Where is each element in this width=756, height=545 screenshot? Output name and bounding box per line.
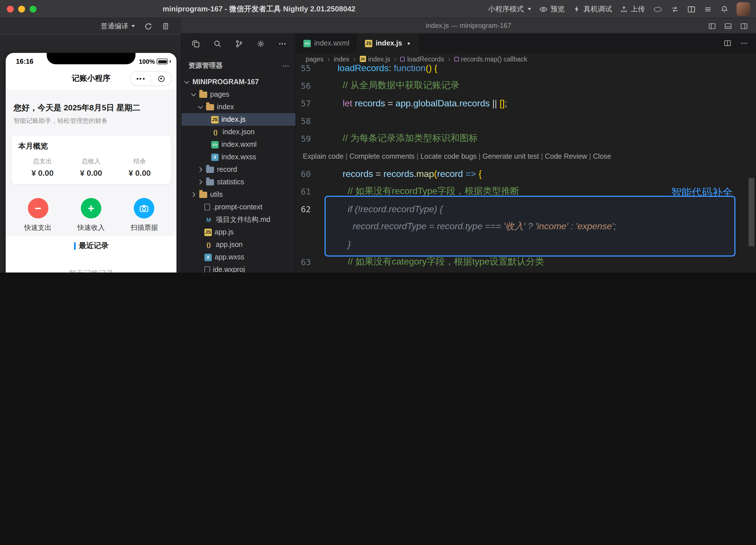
chevron-down-icon — [198, 104, 203, 110]
overview-title: 本月概览 — [18, 141, 164, 151]
plus-icon: + — [81, 198, 101, 219]
breadcrumb-index[interactable]: index — [334, 56, 349, 62]
minus-icon: − — [28, 198, 48, 219]
tree-item-index-wxml[interactable]: <>index.wxml — [182, 138, 295, 151]
code-text: // 从全局数据中获取记账记录 — [338, 80, 459, 92]
tree-item-app-wxss[interactable]: #app.wxss — [182, 251, 295, 264]
lens-separator: | — [344, 152, 349, 160]
code-lens-generate-unit-test[interactable]: Generate unit test — [482, 152, 539, 160]
breadcrumb-pages[interactable]: pages — [306, 56, 324, 62]
upload-button[interactable]: 上传 — [620, 4, 645, 14]
tree-item-index-js[interactable]: JSindex.js — [182, 113, 295, 126]
line-number: 63 — [296, 258, 311, 267]
toggle-sidebar-icon[interactable] — [708, 22, 716, 30]
code-lens-complete-comments[interactable]: Complete comments — [350, 152, 415, 160]
breadcrumb-loadrecords[interactable]: loadRecords — [400, 56, 444, 62]
search-icon[interactable] — [213, 39, 222, 48]
code-area[interactable]: 55loadRecords: function() {56 // 从全局数据中获… — [296, 65, 756, 272]
editor-more-icon[interactable] — [740, 39, 748, 47]
tree-item-项目文件结构-md[interactable]: M项目文件结构.md — [182, 213, 295, 226]
code-lens-close[interactable]: Close — [593, 152, 611, 160]
action-快速支出[interactable]: −快速支出 — [24, 198, 52, 233]
layout-grid-icon[interactable] — [687, 5, 696, 13]
overview-value: ¥ 0.00 — [18, 168, 67, 178]
compile-mode-dropdown[interactable]: 普通编译 — [101, 21, 135, 31]
explorer-panel: 资源管理器 MINIPROGRAM-167pagesindexJSindex.j… — [181, 34, 296, 272]
tree-item-statistics[interactable]: statistics — [182, 176, 295, 188]
close-window-button[interactable] — [7, 6, 14, 13]
line-number: 55 — [296, 65, 311, 73]
tree-item-utils[interactable]: utils — [182, 188, 295, 201]
toggle-panel-icon[interactable] — [724, 22, 732, 30]
code-lens-explain-code[interactable]: Explain code — [303, 152, 344, 160]
file-icon — [204, 204, 210, 211]
file-tree: MINIPROGRAM-167pagesindexJSindex.js{}ind… — [182, 76, 295, 272]
tree-item-miniprogram-167[interactable]: MINIPROGRAM-167 — [182, 76, 295, 88]
ai-completion-label: 智能代码补全 — [671, 186, 733, 199]
menu-icon[interactable] — [704, 5, 712, 13]
code-text: // 如果没有category字段，根据type设置默认分类 — [338, 256, 544, 268]
mini-program-mode-dropdown[interactable]: 小程序模式 — [488, 4, 531, 14]
folder-icon — [206, 104, 214, 110]
tree-item-record[interactable]: record — [182, 163, 295, 176]
code-text: } — [338, 239, 351, 250]
tree-item-app-js[interactable]: JSapp.js — [182, 226, 295, 239]
tree-item-pages[interactable]: pages — [182, 88, 295, 101]
code-lens-code-review[interactable]: Code Review — [545, 152, 587, 160]
cloud-icon[interactable] — [653, 4, 663, 14]
tab-index-js[interactable]: JS index.js ● — [358, 34, 418, 53]
preview-button[interactable]: 预览 — [539, 4, 565, 14]
greeting-text: 您好，今天是 2025年8月5日 星期二 — [14, 103, 169, 113]
maximize-window-button[interactable] — [30, 6, 36, 13]
chevron-right-icon — [198, 179, 203, 185]
breadcrumb-index-js[interactable]: JSindex.js — [359, 56, 390, 62]
close-capsule-button[interactable] — [151, 72, 171, 85]
more-icon[interactable] — [278, 39, 287, 48]
tree-item-label: ide.wxproj — [213, 266, 245, 272]
split-editor-icon[interactable] — [724, 39, 732, 47]
split-layout-icon[interactable] — [740, 22, 748, 30]
tree-item-ide-wxproj[interactable]: ide.wxproj — [182, 264, 295, 272]
tree-item-label: statistics — [217, 178, 244, 186]
tree-item-index[interactable]: index — [182, 101, 295, 113]
files-icon[interactable] — [191, 39, 200, 48]
source-control-icon[interactable] — [235, 39, 244, 48]
refresh-icon[interactable] — [144, 22, 153, 30]
status-battery: 100% — [139, 58, 171, 65]
tree-item-label: .prompt-context — [213, 203, 262, 211]
code-line-57: 57 let records = app.globalData.records … — [296, 94, 756, 112]
swap-icon[interactable] — [671, 5, 679, 13]
tree-item-index-json[interactable]: {}index.json — [182, 126, 295, 138]
settings-gear-icon[interactable] — [256, 39, 265, 48]
line-number: 61 — [296, 187, 311, 196]
code-lens-locate-code-bugs[interactable]: Locate code bugs — [420, 152, 476, 160]
breadcrumb-records-map-callback[interactable]: records.map() callback — [454, 56, 527, 62]
tree-item-label: app.js — [215, 228, 234, 236]
bell-icon[interactable] — [720, 5, 729, 13]
action-label: 快速支出 — [24, 223, 52, 233]
tree-item-label: index.js — [221, 116, 246, 124]
minimize-window-button[interactable] — [18, 6, 25, 13]
wxml-file-icon: <> — [303, 40, 311, 47]
remote-debug-button[interactable]: 真机调试 — [573, 4, 612, 14]
avatar[interactable] — [737, 2, 750, 16]
page-stack-icon[interactable] — [162, 22, 170, 30]
scrollbar-thumb[interactable] — [749, 178, 754, 246]
tree-item-prompt-context[interactable]: .prompt-context — [182, 201, 295, 213]
tree-item-label: index.wxml — [221, 141, 257, 149]
overview-item-结余: 结余¥ 0.00 — [115, 157, 164, 178]
tree-item-index-wxss[interactable]: #index.wxss — [182, 151, 295, 163]
action-快速收入[interactable]: +快速收入 — [77, 198, 105, 233]
chevron-down-icon — [528, 8, 531, 10]
tree-item-label: record — [217, 166, 237, 174]
more-menu-button[interactable] — [130, 72, 151, 85]
wxml-file-icon: <> — [211, 141, 219, 148]
action-label: 快速收入 — [77, 223, 105, 233]
overview-value: ¥ 0.00 — [67, 168, 116, 178]
tab-index-wxml[interactable]: <> index.wxml — [296, 34, 358, 53]
phone-notch — [47, 53, 135, 64]
breadcrumb-label: index — [334, 56, 349, 62]
tree-item-app-json[interactable]: {}app.json — [182, 239, 295, 251]
explorer-more-icon[interactable] — [282, 62, 290, 70]
action-扫描票据[interactable]: 扫描票据 — [131, 198, 158, 233]
